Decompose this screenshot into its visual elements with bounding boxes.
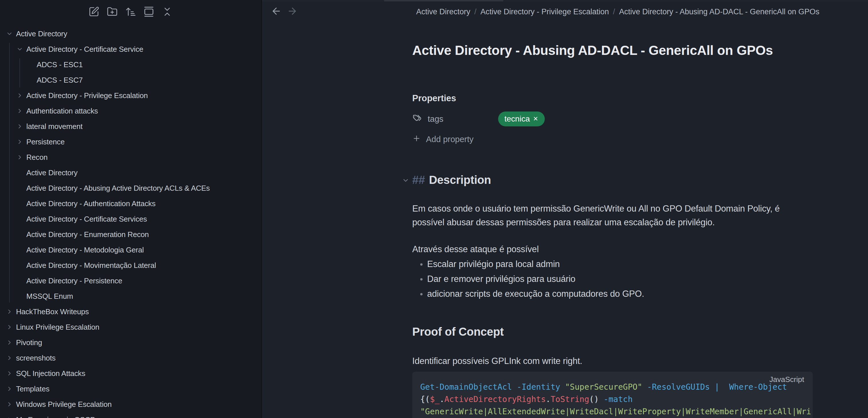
tree-item-label: ADCS - ESC7	[37, 76, 83, 84]
explorer-toolbar	[0, 6, 261, 18]
tree-folder-item[interactable]: screenshots	[0, 350, 261, 366]
gallery-vertical-icon	[144, 6, 154, 18]
tree-file-item[interactable]: Active Directory - Movimentação Lateral	[0, 257, 261, 273]
chevron-right-icon[interactable]	[16, 92, 24, 99]
poc-intro: Identificar possíveis GPLInk com write r…	[412, 354, 813, 368]
tree-item-label: Windows Privilege Escalation	[16, 400, 112, 409]
code-line: "GenericWrite|AllExtendedWrite|WriteDacl…	[420, 406, 813, 418]
tree-item-label: Active Directory - Privilege Escalation	[26, 91, 148, 100]
add-property-button[interactable]: Add property	[412, 132, 473, 146]
forward-button[interactable]	[286, 6, 298, 17]
description-bullet-list: Escalar privilégio para local adminDar e…	[412, 257, 813, 301]
code-block: JavaScript Get-DomainObjectAcl -Identity…	[412, 372, 813, 418]
tree-folder-item[interactable]: Active Directory - Privilege Escalation	[0, 88, 261, 103]
tree-item-label: Active Directory - Certificate Service	[26, 45, 144, 54]
tree-file-item[interactable]: Active Directory - Enumeration Recon	[0, 227, 261, 242]
tree-folder-item[interactable]: SQL Injection Attacks	[0, 366, 261, 381]
twirl-spacer	[16, 215, 24, 223]
property-row-tags: tags tecnica	[412, 111, 813, 126]
tree-folder-item[interactable]: Pivoting	[0, 335, 261, 350]
tree-folder-item[interactable]: Active Directory - Certificate Service	[0, 41, 261, 57]
sort-order-button[interactable]	[125, 6, 136, 18]
chevron-right-icon[interactable]	[16, 107, 24, 115]
tree-folder-item[interactable]: Templates	[0, 381, 261, 396]
description-paragraph: Em casos onde o usuário tem permissão Ge…	[412, 202, 813, 229]
breadcrumb-item[interactable]: Active Directory	[416, 7, 470, 16]
tree-item-label: ADCS - ESC1	[37, 60, 83, 69]
tab-strip	[262, 0, 868, 1]
bullet-item: Dar e remover privilégios para usuário	[412, 272, 813, 286]
chevron-right-icon[interactable]	[16, 138, 24, 145]
tree-folder-item[interactable]: My Experience in OSCP	[0, 412, 261, 418]
twirl-spacer	[16, 231, 24, 238]
chevron-down-icon[interactable]	[6, 30, 13, 37]
chevron-right-icon[interactable]	[6, 416, 13, 418]
tree-item-label: SQL Injection Attacks	[16, 369, 85, 378]
fold-chevron-icon[interactable]	[402, 177, 409, 184]
breadcrumb-item[interactable]: Active Directory - Abusing AD-DACL - Gen…	[619, 7, 819, 16]
tree-item-label: Active Directory - Persistence	[26, 276, 122, 285]
tree-file-item[interactable]: Active Directory	[0, 165, 261, 180]
poc-heading: Proof of Concept	[412, 325, 504, 338]
collapse-all-button[interactable]	[161, 6, 173, 18]
new-note-button[interactable]	[88, 6, 100, 18]
description-heading-row: ## Description	[412, 172, 491, 187]
twirl-spacer	[16, 246, 24, 254]
code-line: {($_.ActiveDirectoryRights.ToString() -m…	[420, 393, 813, 406]
obsidian-window: Active DirectoryActive Directory - Certi…	[0, 0, 868, 418]
tag-pill[interactable]: tecnica	[498, 111, 545, 126]
chevron-right-icon[interactable]	[6, 385, 13, 392]
tree-file-item[interactable]: ADCS - ESC7	[0, 72, 261, 88]
tree-item-label: Active Directory - Metodologia Geral	[26, 246, 144, 254]
tree-folder-item[interactable]: Authentication attacks	[0, 103, 261, 119]
tree-item-label: Active Directory - Abusing Active Direct…	[26, 184, 210, 193]
tree-file-item[interactable]: Active Directory - Authentication Attack…	[0, 196, 261, 211]
breadcrumb-separator: /	[474, 7, 477, 16]
tree-folder-item[interactable]: lateral movement	[0, 119, 261, 134]
chevron-right-icon[interactable]	[6, 354, 13, 362]
gallery-vertical-button[interactable]	[143, 6, 155, 18]
tree-item-label: Active Directory - Movimentação Lateral	[26, 261, 156, 270]
arrow-left-icon	[271, 6, 282, 18]
file-explorer-sidebar: Active DirectoryActive Directory - Certi…	[0, 0, 261, 418]
tree-item-label: lateral movement	[26, 122, 83, 131]
tree-folder-item[interactable]: Active Directory	[0, 26, 261, 41]
tree-item-label: Pivoting	[16, 338, 42, 347]
chevron-right-icon[interactable]	[16, 153, 24, 161]
breadcrumb-item[interactable]: Active Directory - Privilege Escalation	[480, 7, 609, 16]
tree-file-item[interactable]: ADCS - ESC1	[0, 57, 261, 72]
tree-folder-item[interactable]: Linux Privilege Escalation	[0, 319, 261, 335]
chevron-right-icon[interactable]	[6, 400, 13, 408]
tree-folder-item[interactable]: Persistence	[0, 134, 261, 149]
chevron-right-icon[interactable]	[6, 339, 13, 346]
back-button[interactable]	[271, 6, 282, 17]
property-key[interactable]: tags	[412, 113, 498, 125]
tree-item-label: Active Directory	[26, 168, 78, 177]
bullet-item: adicionar scripts de execução a computad…	[412, 286, 813, 301]
chevron-right-icon[interactable]	[16, 123, 24, 130]
tree-folder-item[interactable]: Recon	[0, 149, 261, 165]
chevron-right-icon[interactable]	[6, 370, 13, 377]
chevron-right-icon[interactable]	[6, 323, 13, 331]
chevron-right-icon[interactable]	[6, 308, 13, 315]
tree-item-label: My Experience in OSCP	[16, 415, 95, 418]
tree-file-item[interactable]: Active Directory - Abusing Active Direct…	[0, 180, 261, 196]
add-property-label: Add property	[426, 135, 473, 144]
tree-folder-item[interactable]: Windows Privilege Escalation	[0, 396, 261, 412]
tree-item-label: Active Directory - Authentication Attack…	[26, 199, 155, 208]
chevron-down-icon[interactable]	[16, 45, 24, 53]
tree-item-label: HackTheBox Writeups	[16, 307, 89, 316]
tree-file-item[interactable]: Active Directory - Certificate Services	[0, 211, 261, 227]
new-folder-button[interactable]	[106, 6, 118, 18]
sidebar-divider[interactable]	[261, 0, 262, 418]
tree-item-label: Authentication attacks	[26, 107, 98, 115]
tree-file-item[interactable]: Active Directory - Metodologia Geral	[0, 242, 261, 257]
breadcrumb: Active Directory/Active Directory - Priv…	[416, 7, 820, 16]
tag-remove-icon[interactable]	[533, 114, 538, 124]
tree-file-item[interactable]: MSSQL Enum	[0, 288, 261, 304]
active-tab-edge[interactable]	[384, 0, 503, 1]
page-title: Active Directory - Abusing AD-DACL - Gen…	[412, 41, 813, 60]
tree-folder-item[interactable]: HackTheBox Writeups	[0, 304, 261, 319]
new-folder-icon	[107, 6, 118, 18]
tree-file-item[interactable]: Active Directory - Persistence	[0, 273, 261, 288]
